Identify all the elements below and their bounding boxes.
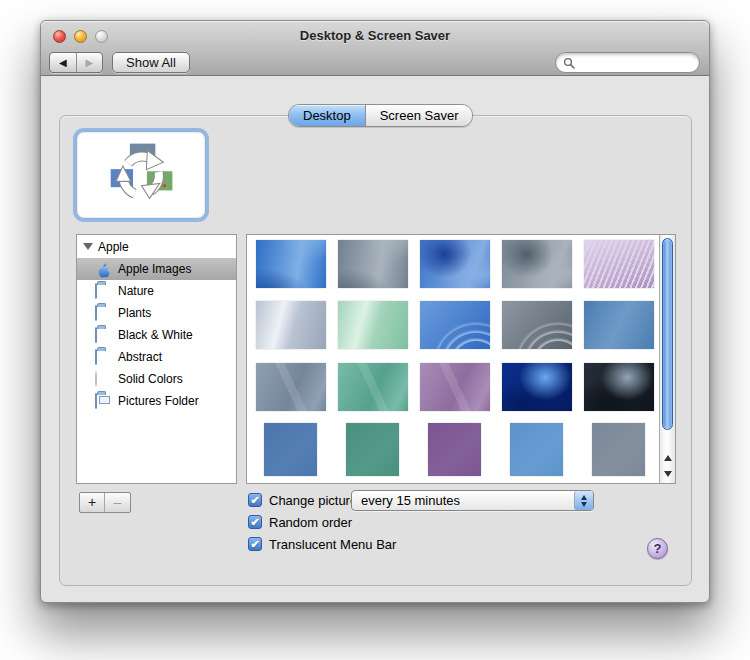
wallpaper-thumbnail[interactable] <box>584 363 654 411</box>
pictures-folder-icon <box>95 393 97 409</box>
wallpaper-thumbnail[interactable] <box>502 301 572 349</box>
sidebar-item-plants[interactable]: Plants <box>77 302 236 324</box>
tab-bar: Desktop Screen Saver <box>288 104 473 127</box>
translucent-menubar-label: Translucent Menu Bar <box>269 537 396 552</box>
wallpaper-thumbnail[interactable] <box>592 423 645 476</box>
sidebar-item-abstract[interactable]: Abstract <box>77 346 236 368</box>
sidebar-item-label: Apple Images <box>118 262 191 276</box>
preferences-window: Desktop & Screen Saver ◀ ▶ Show All Desk… <box>40 20 710 603</box>
wallpaper-thumbnail[interactable] <box>510 423 563 476</box>
search-field[interactable] <box>555 52 700 73</box>
wallpaper-thumbnail[interactable] <box>256 363 326 411</box>
change-picture-checkbox[interactable]: ✔ <box>248 493 262 507</box>
wallpaper-thumbnail[interactable] <box>420 363 490 411</box>
sidebar-item-nature[interactable]: Nature <box>77 280 236 302</box>
back-forward-control[interactable]: ◀ ▶ <box>49 52 103 73</box>
wallpaper-thumbnail[interactable] <box>420 301 490 349</box>
search-icon <box>563 57 575 69</box>
scroll-down-icon <box>664 471 672 477</box>
remove-collection-button[interactable]: – <box>105 493 130 512</box>
folder-icon <box>95 283 97 299</box>
interval-popup-button[interactable]: every 15 minutes <box>351 490 594 511</box>
sidebar-item-label: Abstract <box>118 350 162 364</box>
group-label: Apple <box>98 240 129 254</box>
group-header-apple[interactable]: Apple <box>77 235 236 258</box>
scroll-up-button[interactable] <box>660 450 675 466</box>
change-picture-row: ✔ Change picture: <box>248 491 361 509</box>
search-input[interactable] <box>579 56 689 70</box>
wallpaper-thumbnail[interactable] <box>256 301 326 349</box>
title-bar[interactable]: Desktop & Screen Saver ◀ ▶ Show All <box>41 21 709 76</box>
wallpaper-thumbnail[interactable] <box>264 423 317 476</box>
scroll-up-icon <box>664 455 672 461</box>
sidebar-item-apple-images[interactable]: Apple Images <box>77 258 236 280</box>
window-title: Desktop & Screen Saver <box>41 28 709 43</box>
wallpaper-thumbnail[interactable] <box>338 363 408 411</box>
add-remove-control: + – <box>79 492 131 513</box>
wallpaper-thumbnail[interactable] <box>584 240 654 288</box>
wallpaper-thumbnail[interactable] <box>338 301 408 349</box>
wallpaper-grid <box>246 234 676 484</box>
wallpaper-thumbnail[interactable] <box>346 423 399 476</box>
popup-stepper-icon <box>574 491 593 510</box>
wallpaper-thumbnail[interactable] <box>420 240 490 288</box>
sidebar-item-label: Nature <box>118 284 154 298</box>
add-collection-button[interactable]: + <box>80 493 105 512</box>
tab-screen-saver[interactable]: Screen Saver <box>366 105 473 126</box>
scroll-down-button[interactable] <box>660 466 675 482</box>
wallpaper-thumbnail[interactable] <box>428 423 481 476</box>
folder-icon <box>95 349 97 365</box>
rotating-images-icon <box>102 142 180 208</box>
wallpaper-thumbnail[interactable] <box>502 363 572 411</box>
scrollbar-thumb[interactable] <box>662 238 673 430</box>
wallpaper-thumbnail[interactable] <box>502 240 572 288</box>
random-order-label: Random order <box>269 515 352 530</box>
folder-icon <box>95 305 97 321</box>
current-desktop-preview <box>76 131 206 219</box>
help-button[interactable]: ? <box>647 538 668 559</box>
sidebar-item-label: Solid Colors <box>118 372 183 386</box>
sidebar-item-label: Pictures Folder <box>118 394 199 408</box>
random-order-checkbox[interactable]: ✔ <box>248 515 262 529</box>
interval-value: every 15 minutes <box>352 493 574 508</box>
random-order-row: ✔ Random order <box>248 513 352 531</box>
wallpaper-thumbnail[interactable] <box>584 301 654 349</box>
vertical-scrollbar[interactable] <box>659 235 675 483</box>
thumbnail-area <box>247 235 659 483</box>
color-wheel-icon <box>95 371 97 387</box>
folder-icon <box>95 327 97 343</box>
apple-logo-icon <box>95 262 111 278</box>
sidebar-item-label: Black & White <box>118 328 193 342</box>
forward-icon[interactable]: ▶ <box>77 53 103 72</box>
translucent-menubar-checkbox[interactable]: ✔ <box>248 537 262 551</box>
sidebar-item-black-white[interactable]: Black & White <box>77 324 236 346</box>
sidebar-item-label: Plants <box>118 306 151 320</box>
collections-list: Apple Apple ImagesNaturePlantsBlack & Wh… <box>76 234 237 484</box>
disclosure-triangle-icon[interactable] <box>83 243 93 250</box>
sidebar-item-pictures-folder[interactable]: Pictures Folder <box>77 390 236 412</box>
show-all-button[interactable]: Show All <box>112 52 190 73</box>
tab-desktop[interactable]: Desktop <box>289 105 366 126</box>
wallpaper-thumbnail[interactable] <box>256 240 326 288</box>
sidebar-item-solid-colors[interactable]: Solid Colors <box>77 368 236 390</box>
change-picture-label: Change picture: <box>269 493 361 508</box>
translucent-menubar-row: ✔ Translucent Menu Bar <box>248 535 396 553</box>
wallpaper-thumbnail[interactable] <box>338 240 408 288</box>
back-icon[interactable]: ◀ <box>50 53 77 72</box>
